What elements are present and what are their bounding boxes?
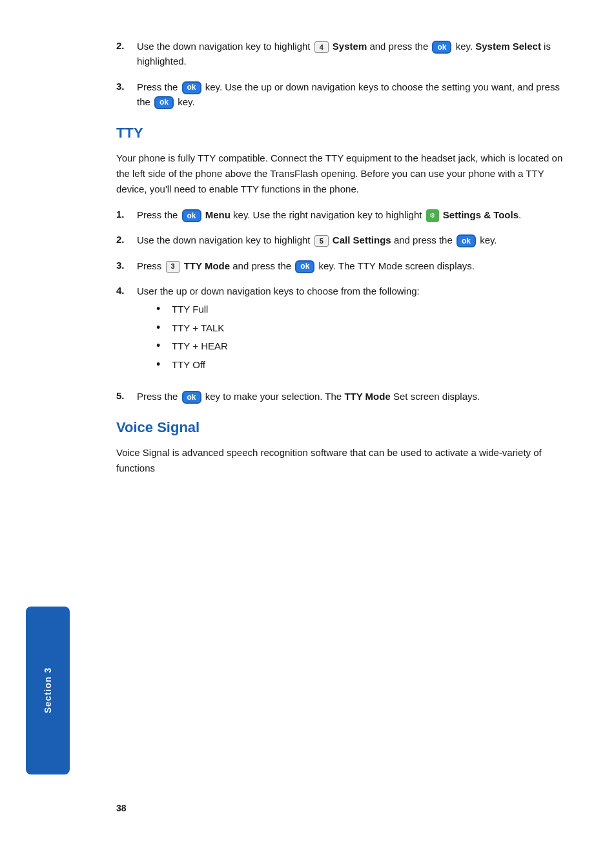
step-number-2: 2. xyxy=(116,39,134,69)
page-container: Section 3 2. Use the down navigation key… xyxy=(0,0,616,852)
tty-mode-label: TTY Mode xyxy=(184,260,230,271)
tty-mode-set-label: TTY Mode xyxy=(344,391,390,402)
bullet-item-3: • TTY + HEAR xyxy=(156,339,564,354)
ok-button-inline-1: ok xyxy=(432,41,451,54)
voice-signal-heading: Voice Signal xyxy=(116,419,564,436)
tty-step-num-1: 1. xyxy=(116,207,134,222)
ok-button-select: ok xyxy=(182,391,201,404)
ok-button-menu: ok xyxy=(182,209,201,222)
ok-button-call: ok xyxy=(457,234,476,247)
main-content: 2. Use the down navigation key to highli… xyxy=(116,39,564,476)
bullet-dot-1: • xyxy=(156,302,168,317)
step-content-2: Use the down navigation key to highlight… xyxy=(137,39,564,69)
call-settings-label: Call Settings xyxy=(333,234,391,245)
tty-intro: Your phone is fully TTY compatible. Conn… xyxy=(116,151,564,197)
tty-step-num-4: 4. xyxy=(116,284,134,379)
tty-step-content-4: User the up or down navigation keys to c… xyxy=(137,284,564,379)
num-badge-3: 3 xyxy=(166,261,180,273)
step-content-3: Press the ok key. Use the up or down nav… xyxy=(137,79,564,110)
tty-step-1: 1. Press the ok Menu key. Use the right … xyxy=(116,207,564,222)
num-badge-4: 4 xyxy=(314,41,329,53)
tty-step-content-1: Press the ok Menu key. Use the right nav… xyxy=(137,207,564,222)
settings-tools-label: Settings & Tools xyxy=(443,209,518,220)
top-step-2: 2. Use the down navigation key to highli… xyxy=(116,39,564,69)
side-tab-label: Section 3 xyxy=(43,667,53,713)
ok-button-tty: ok xyxy=(295,260,314,273)
bullet-item-1: • TTY Full xyxy=(156,302,564,317)
tty-step-num-3: 3. xyxy=(116,258,134,273)
tty-step-2: 2. Use the down navigation key to highli… xyxy=(116,233,564,247)
bullet-dot-3: • xyxy=(156,339,168,353)
tty-step-num-5: 5. xyxy=(116,389,134,404)
bullet-text-4: TTY Off xyxy=(172,358,205,373)
num-badge-5: 5 xyxy=(314,235,329,247)
tty-step-4: 4. User the up or down navigation keys t… xyxy=(116,284,564,379)
bullet-item-4: • TTY Off xyxy=(156,358,564,373)
bullet-dot-4: • xyxy=(156,358,168,372)
system-select-label: System Select xyxy=(475,41,541,52)
menu-label: Menu xyxy=(205,209,231,220)
step-number-3: 3. xyxy=(116,79,134,110)
ok-button-inline-3: ok xyxy=(154,96,174,109)
system-label: System xyxy=(333,41,367,52)
bullet-dot-2: • xyxy=(156,321,168,335)
tty-step-content-3: Press 3 TTY Mode and press the ok key. T… xyxy=(137,258,564,273)
side-tab: Section 3 xyxy=(26,607,70,774)
bullet-text-3: TTY + HEAR xyxy=(172,339,228,354)
tty-step-num-2: 2. xyxy=(116,233,134,247)
tty-heading: TTY xyxy=(116,125,564,141)
top-step-3: 3. Press the ok key. Use the up or down … xyxy=(116,79,564,110)
settings-tools-icon: ⚙ xyxy=(426,209,439,222)
bullet-item-2: • TTY + TALK xyxy=(156,321,564,336)
bullet-text-2: TTY + TALK xyxy=(172,321,224,336)
page-number: 38 xyxy=(116,803,127,813)
bullet-text-1: TTY Full xyxy=(172,302,208,317)
tty-bullet-list: • TTY Full • TTY + TALK • TTY + HEAR • T… xyxy=(156,302,564,372)
tty-step-5: 5. Press the ok key to make your selecti… xyxy=(116,389,564,404)
tty-step-content-5: Press the ok key to make your selection.… xyxy=(137,389,564,404)
tty-step-3: 3. Press 3 TTY Mode and press the ok key… xyxy=(116,258,564,273)
voice-signal-intro: Voice Signal is advanced speech recognit… xyxy=(116,445,564,476)
ok-button-inline-2: ok xyxy=(182,81,201,94)
tty-step-content-2: Use the down navigation key to highlight… xyxy=(137,233,564,247)
